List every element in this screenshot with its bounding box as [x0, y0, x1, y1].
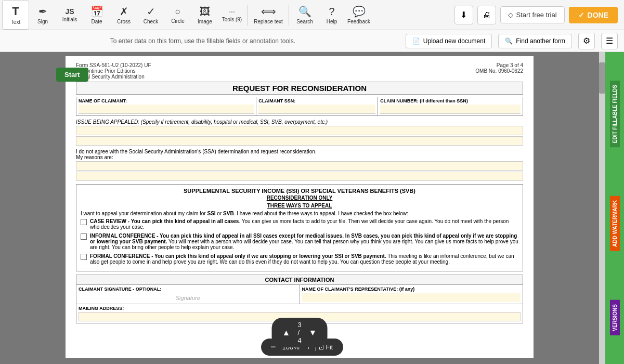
tool-circle[interactable]: ○ Circle [164, 0, 191, 30]
tool-date[interactable]: 📅 Date [83, 0, 110, 30]
done-check-icon: ✓ [578, 11, 584, 19]
tool-check-label: Check [144, 19, 158, 24]
find-label: Find another form [516, 37, 565, 45]
issue-label: ISSUE BEING APPEALED: (Specify if retire… [76, 119, 523, 125]
sig-label: CLAIMANT SIGNATURE - OPTIONAL: [79, 287, 297, 292]
ssi-title: SUPPLEMENTAL SECURITY INCOME (SSI) OR SP… [81, 188, 518, 194]
tool-image-label: Image [198, 19, 212, 24]
done-button[interactable]: ✓ DONE [569, 7, 618, 23]
print-button[interactable]: 🖨 [477, 6, 496, 24]
ssn-input[interactable] [258, 105, 375, 114]
trial-icon: ◇ [508, 11, 513, 19]
tool-date-label: Date [91, 19, 102, 24]
ssi-box: SUPPLEMENTAL SECURITY INCOME (SSI) OR SP… [76, 184, 523, 271]
sign-icon: ✒ [38, 5, 47, 18]
info-bar-message: To enter data on this form, use the fill… [6, 37, 399, 45]
replace-text-icon: ⟺ [261, 5, 276, 18]
done-label: DONE [588, 11, 608, 19]
circle-icon: ○ [175, 6, 181, 17]
statement: I do not agree with the Social Security … [76, 149, 523, 160]
tool-initials-label: Initials [62, 17, 77, 22]
checkbox-formal-conference[interactable] [81, 254, 87, 260]
reasons-input-1[interactable] [76, 161, 523, 171]
start-badge[interactable]: Start [56, 68, 88, 82]
claimant-input[interactable] [79, 105, 254, 114]
text-icon: T [12, 5, 19, 18]
issue-input-1[interactable] [76, 126, 523, 135]
trial-label: Start free trial [516, 11, 557, 19]
issue-input-2[interactable] [76, 136, 523, 146]
tool-help[interactable]: ? Help [318, 0, 345, 30]
contact-title: CONTACT INFORMATION [76, 275, 523, 285]
tool-cross[interactable]: ✗ Cross [110, 0, 137, 30]
upload-icon: 📄 [412, 37, 420, 45]
three-ways-title: THREE WAYS TO APPEAL [81, 203, 518, 209]
scrollbar-thumb[interactable] [599, 62, 605, 94]
doc-area: Start Form SSA-561-U2 (10-2022) UF Disco… [0, 52, 599, 364]
reasons-input-2[interactable] [76, 172, 523, 181]
rep-input[interactable] [302, 293, 521, 302]
claim-number-label: CLAIM NUMBER: (If different than SSN) [380, 98, 521, 103]
settings-button[interactable]: ⚙ [578, 33, 595, 49]
download-button[interactable]: ⬇ [454, 6, 473, 24]
tool-more-label: Tools (9) [222, 17, 242, 22]
ssn-cell: CLAIMANT SSN: [256, 97, 378, 115]
next-page-button[interactable]: ▼ [306, 328, 320, 337]
tool-circle-label: Circle [171, 18, 185, 24]
main-area: Start Form SSA-561-U2 (10-2022) UF Disco… [0, 52, 624, 364]
tool-feedback[interactable]: 💬 Feedback [345, 0, 372, 30]
form-header: Form SSA-561-U2 (10-2022) UF Discontinue… [76, 62, 523, 80]
tool-cross-label: Cross [117, 19, 131, 24]
rep-label: NAME OF CLAIMANT'S REPRESENTATIVE: (If a… [302, 287, 521, 292]
claimant-label: NAME OF CLAIMANT: [79, 98, 254, 103]
checkbox-case-review[interactable] [81, 219, 87, 225]
scrollbar[interactable] [599, 52, 605, 364]
signature-row: CLAIMANT SIGNATURE - OPTIONAL: Signature… [76, 285, 523, 304]
more-icon: ··· [229, 7, 235, 16]
cross-icon: ✗ [120, 5, 128, 18]
tool-group-left: T Text ✒ Sign JS Initials 📅 Date ✗ Cross… [2, 0, 372, 30]
claim-number-input[interactable] [380, 105, 521, 114]
mailing-label: MAILING ADDRESS: [79, 306, 521, 311]
find-form-button[interactable]: 🔍 Find another form [498, 34, 572, 48]
sig-cell-rep: NAME OF CLAIMANT'S REPRESENTATIVE: (If a… [300, 285, 523, 304]
check-icon: ✓ [147, 5, 155, 18]
option-3-text: FORMAL CONFERENCE - You can pick this ki… [90, 253, 518, 265]
tool-sign[interactable]: ✒ Sign [29, 0, 56, 30]
image-icon: 🖼 [200, 6, 210, 18]
tool-search[interactable]: 🔍 Search [291, 0, 318, 30]
tool-more[interactable]: ··· Tools (9) [218, 0, 245, 30]
menu-button[interactable]: ☰ [601, 33, 618, 49]
tool-replace-text[interactable]: ⟺ Replace text [250, 0, 287, 30]
panel-edit-fields[interactable]: EDIT FILLABLE FIELDS [610, 81, 620, 147]
page-current: 3 / 4 [293, 321, 305, 344]
tool-initials[interactable]: JS Initials [56, 0, 83, 30]
option-2-row: INFORMAL CONFERENCE - You can pick this … [81, 233, 518, 250]
controls-wrapper: ▲ 3 / 4 ▼ − 100% + ⊡ Fit [256, 339, 343, 356]
panel-versions[interactable]: VERSIONS [610, 300, 620, 335]
option-1-text: CASE REVIEW - You can pick this kind of … [90, 218, 518, 230]
feedback-icon: 💬 [353, 5, 366, 18]
fit-label: Fit [326, 344, 333, 351]
tool-text[interactable]: T Text [2, 0, 29, 30]
three-ways-intro: I want to appeal your determination abou… [81, 211, 518, 216]
panel-add-watermark[interactable]: ADD WATERMARK [610, 196, 620, 251]
tool-image[interactable]: 🖼 Image [191, 0, 218, 30]
sig-placeholder[interactable]: Signature [79, 293, 297, 301]
page-info: Page 3 of 4 [497, 62, 523, 68]
tool-sign-label: Sign [37, 19, 48, 24]
tool-feedback-label: Feedback [347, 19, 370, 24]
doc-paper: Start Form SSA-561-U2 (10-2022) UF Disco… [66, 56, 534, 358]
checkbox-informal-conference[interactable] [81, 233, 87, 240]
omb-number: OMB No. 0960-0622 [475, 68, 523, 74]
form-title-row: Form SSA-561-U2 (10-2022) UF Discontinue… [76, 62, 523, 80]
tool-check[interactable]: ✓ Check [137, 0, 164, 30]
settings-icon: ⚙ [583, 36, 590, 46]
prev-page-button[interactable]: ▲ [279, 328, 294, 337]
search-icon: 🔍 [298, 5, 311, 18]
trial-button[interactable]: ◇ Start free trial [500, 6, 565, 23]
tool-help-label: Help [327, 19, 337, 24]
initials-icon: JS [65, 7, 74, 16]
upload-button[interactable]: 📄 Upload new document [406, 34, 492, 48]
help-icon: ? [329, 6, 334, 18]
